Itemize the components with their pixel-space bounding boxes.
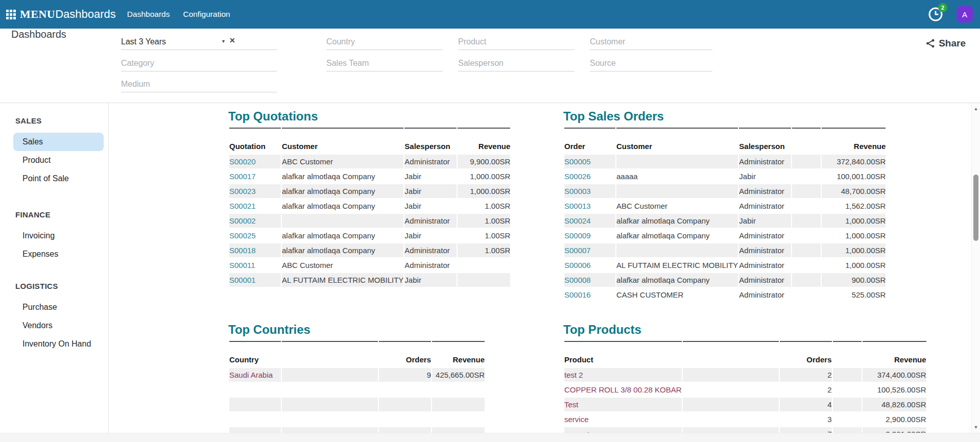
table-row: S00021alafkar almotlaqa CompanyJabir1.00… (229, 199, 510, 213)
scroll-down-arrow-icon[interactable]: ▼ (972, 425, 980, 430)
orders-record-link[interactable]: S00026 (564, 172, 591, 181)
table-header-row: QuotationCustomerSalespersonRevenue (229, 128, 510, 154)
value-cell: 1,000.00SR (822, 214, 886, 228)
orders-record-link[interactable]: S00007 (564, 246, 591, 255)
value-cell (792, 288, 821, 302)
column-header: Orders (379, 341, 431, 367)
quotations-record-link[interactable]: S00017 (229, 172, 256, 181)
sidebar-item-expenses[interactable]: Expenses (13, 245, 104, 263)
value-cell (683, 368, 779, 382)
salesperson-filter-input[interactable] (458, 55, 575, 71)
share-button[interactable]: Share (926, 38, 966, 49)
products-record-link[interactable]: Test (564, 400, 579, 409)
quotations-record-link[interactable]: S00020 (229, 157, 256, 166)
sidebar-item-vendors[interactable]: Vendors (13, 316, 104, 335)
value-cell: alafkar almotlaqa Company (616, 229, 738, 242)
value-cell (792, 258, 821, 272)
quotations-record-link[interactable]: S00023 (229, 187, 256, 195)
products-table-title: Top Products (563, 324, 927, 336)
category-filter-input[interactable] (121, 55, 277, 71)
sidebar-item-point-of-sale[interactable]: Point of Sale (13, 169, 104, 188)
value-cell (282, 383, 378, 397)
sales-team-filter-input[interactable] (326, 55, 443, 71)
table-row: Test448,826.00SR (564, 398, 926, 411)
orders-record-link[interactable]: S00013 (564, 202, 591, 210)
sidebar-item-purchase[interactable]: Purchase (13, 298, 104, 316)
orders-record-link[interactable]: S00006 (564, 261, 591, 269)
value-cell (432, 412, 485, 426)
value-cell: 525.00SR (822, 288, 886, 302)
orders-table-group: Top Sales OrdersOrderCustomerSalesperson… (563, 110, 887, 303)
value-cell (379, 412, 431, 426)
vertical-scrollbar[interactable]: ▲ ▼ (971, 103, 980, 433)
value-cell: AL FUTTAIM ELECTRIC MOBILITY (282, 273, 403, 287)
quotations-record-link[interactable]: S00025 (229, 231, 256, 240)
value-cell: Jabir (404, 229, 457, 242)
column-header (792, 128, 821, 154)
orders-table: OrderCustomerSalespersonRevenueS00005Adm… (563, 127, 887, 303)
countries-table-group: Top CountriesCountryOrdersRevenueSaudi A… (228, 324, 486, 442)
quotations-record-link[interactable]: S00002 (229, 216, 256, 225)
value-cell: alafkar almotlaqa Company (282, 243, 403, 257)
vertical-scrollbar-thumb[interactable] (973, 175, 978, 241)
app-brand[interactable]: MENU Dashboards (6, 8, 116, 21)
sidebar-item-sales[interactable]: Sales (13, 133, 104, 151)
sidebar-item-invoicing[interactable]: Invoicing (13, 227, 104, 245)
column-header: Customer (282, 128, 403, 154)
orders-record-link[interactable]: S00008 (564, 276, 591, 284)
column-header: Product (564, 341, 682, 367)
orders-record-link[interactable]: S00003 (564, 187, 591, 195)
user-avatar[interactable]: A (957, 6, 973, 22)
value-cell: Administrator (739, 199, 791, 213)
orders-record-link[interactable]: S00009 (564, 231, 591, 240)
value-cell: 1.00SR (458, 214, 510, 228)
quotations-record-link[interactable]: S00011 (229, 261, 255, 269)
medium-filter-input[interactable] (121, 76, 277, 92)
value-cell: 100,526.00SR (863, 383, 926, 397)
table-header-row: OrderCustomerSalespersonRevenue (564, 128, 886, 154)
activity-menu-button[interactable]: 2 (928, 7, 943, 22)
quotations-record-link[interactable]: S00021 (229, 202, 256, 210)
chevron-down-icon[interactable]: ▼ (221, 39, 226, 44)
value-cell: 9,900.00SR (458, 155, 510, 168)
sidebar-item-product[interactable]: Product (13, 151, 104, 169)
value-cell: ABC Customer (282, 258, 403, 272)
clear-filter-icon[interactable]: ✕ (229, 36, 235, 44)
products-record-link[interactable]: test 2 (564, 371, 583, 379)
value-cell (833, 398, 862, 411)
orders-record-link[interactable]: S00016 (564, 290, 591, 299)
value-cell (792, 273, 821, 287)
horizontal-scrollbar-track[interactable] (0, 433, 980, 442)
nav-item-configuration[interactable]: Configuration (183, 10, 230, 19)
countries-record-link[interactable]: Saudi Arabia (229, 371, 273, 379)
table-row: S00024alafkar almotlaqa CompanyJabir1,00… (564, 214, 886, 228)
value-cell (683, 398, 779, 411)
nav-item-dashboards[interactable]: Dashboards (127, 10, 170, 19)
apps-grid-icon[interactable] (6, 10, 16, 19)
orders-record-link[interactable]: S00024 (564, 216, 591, 225)
customer-filter-field (590, 34, 712, 50)
medium-filter-field (121, 76, 277, 92)
value-cell: AL FUTTAIM ELECTRIC MOBILITY (616, 258, 738, 272)
screen: MENU Dashboards Dashboards Configuration… (0, 0, 980, 442)
customer-filter-input[interactable] (590, 34, 712, 50)
sidebar-item-inventory-on-hand[interactable]: Inventory On Hand (13, 335, 104, 353)
period-filter-select[interactable]: Last 3 Years ▼ ✕ (121, 34, 277, 50)
logo-menu-text: MENU (20, 8, 55, 21)
product-filter-input[interactable] (458, 34, 575, 50)
value-cell (458, 273, 510, 287)
products-record-link[interactable]: COPPER ROLL 3/8 00.28 KOBAR (564, 385, 682, 394)
orders-table-title: Top Sales Orders (563, 110, 887, 122)
orders-record-link[interactable]: S00005 (564, 157, 591, 166)
quotations-record-link[interactable]: S00018 (229, 246, 256, 255)
products-record-link[interactable]: service (564, 415, 589, 424)
navbar-right: 2 A (928, 0, 973, 29)
quotations-record-link[interactable]: S00001 (229, 276, 256, 284)
table-row: S00018alafkar almotlaqa CompanyAdministr… (229, 243, 510, 257)
country-filter-input[interactable] (326, 34, 443, 50)
source-filter-input[interactable] (590, 55, 712, 71)
value-cell (432, 383, 485, 397)
value-cell: 100,001.00SR (822, 169, 886, 183)
value-cell (458, 258, 510, 272)
scroll-up-arrow-icon[interactable]: ▲ (972, 106, 980, 111)
